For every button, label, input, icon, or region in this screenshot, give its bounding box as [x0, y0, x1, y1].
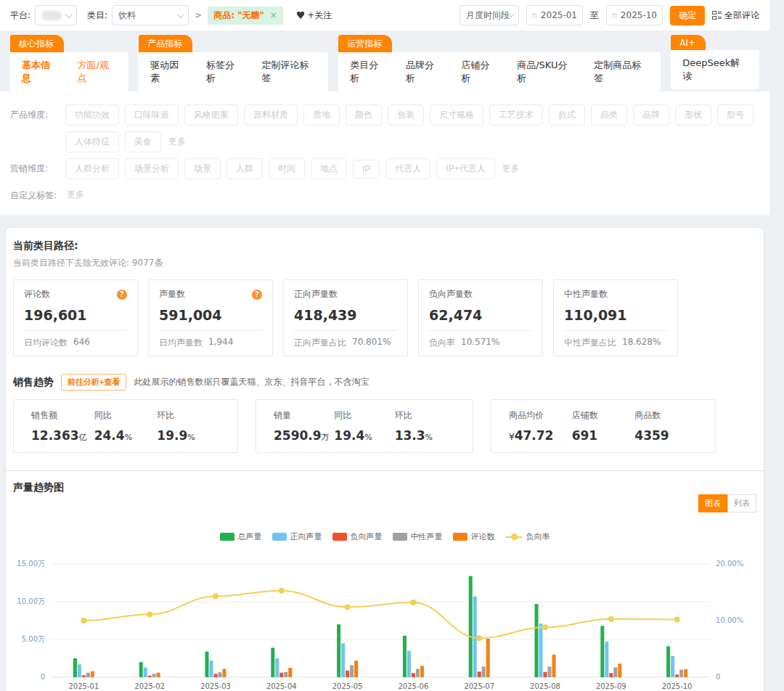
sales-metric-unit: 万 — [322, 433, 330, 442]
legend-item[interactable]: 中性声量 — [393, 531, 443, 542]
legend-item[interactable]: 负向率 — [505, 531, 550, 542]
filter-chips: 人群分析场景分析场景人群时间地点IP代言人IP+代言人更多 — [65, 158, 521, 179]
tab-item[interactable]: 定制商品标签 — [594, 59, 649, 85]
filter-chip[interactable]: 款式 — [549, 105, 585, 126]
date-start-input[interactable]: 2025-01 — [526, 5, 583, 25]
sales-metric-value: 691 — [572, 428, 635, 443]
bar-0 — [271, 647, 274, 677]
legend-item[interactable]: 评论数 — [453, 531, 495, 542]
x-axis-tick: 2025-04 — [266, 682, 297, 690]
tab-item[interactable]: 驱动因素 — [150, 59, 187, 85]
category-select-value: 饮料 — [118, 9, 136, 22]
sales-metric-number: 19.4 — [334, 428, 364, 443]
tab-item[interactable]: 基本信息 — [22, 59, 59, 85]
filter-chip[interactable]: 功能功效 — [65, 105, 119, 126]
help-icon[interactable]: ? — [117, 290, 127, 300]
more-link[interactable]: 更多 — [167, 132, 187, 152]
stat-card-value: 591,004 — [159, 307, 262, 323]
bar-0 — [535, 604, 539, 677]
filter-chip[interactable]: 品类 — [591, 105, 627, 126]
filter-chip[interactable]: 包装 — [388, 105, 424, 126]
bar-1 — [671, 656, 674, 677]
category-select[interactable]: 饮料 — [112, 5, 189, 25]
filter-chip[interactable]: 工艺技术 — [489, 105, 543, 126]
rate-line-dot — [345, 604, 351, 610]
filter-chip[interactable]: 品牌 — [633, 105, 669, 126]
legend-item[interactable]: 正向声量 — [272, 531, 322, 542]
platform-select[interactable] — [35, 5, 77, 25]
sales-metric-unit: % — [187, 433, 195, 442]
nav-tab-row: 驱动因素标签分析定制评论标签 — [139, 52, 328, 91]
filter-chip[interactable]: IP — [353, 160, 380, 179]
filter-chip[interactable]: 质地 — [303, 105, 340, 126]
tag-close-icon[interactable]: × — [270, 10, 277, 20]
follow-button[interactable]: ♥ +关注 — [296, 9, 332, 22]
bar-3 — [416, 669, 420, 677]
nav-tab-row: DeepSeek解读 — [671, 50, 759, 89]
stat-card: 中性声量数110,091中性声量占比18.628% — [553, 279, 678, 356]
keyword-tag[interactable]: 商品: "无糖" × — [208, 7, 283, 25]
legend-item[interactable]: 负向声量 — [332, 531, 383, 542]
confirm-button[interactable]: 确定 — [670, 6, 705, 25]
bar-0 — [469, 576, 473, 677]
tab-item[interactable]: 品牌分析 — [406, 59, 443, 85]
tab-item[interactable]: 定制评论标签 — [261, 59, 317, 85]
legend-item[interactable]: 总声量 — [220, 531, 262, 542]
filter-chip[interactable]: 场景分析 — [125, 158, 179, 179]
view-toggle-button[interactable]: 列表 — [727, 494, 756, 512]
sales-note: 此处展示的销售数据只覆盖天猫、京东、抖音平台，不含淘宝 — [134, 376, 369, 388]
filter-chip[interactable]: 人体特征 — [65, 131, 119, 152]
tab-item[interactable]: 类目分析 — [350, 59, 387, 85]
filter-chip[interactable]: 口味味道 — [125, 105, 179, 126]
legend-label: 正向声量 — [290, 531, 322, 542]
all-comments-label: 全部评论 — [724, 9, 759, 22]
all-comments-button[interactable]: 全部评论 — [712, 9, 759, 22]
sales-metric-number: 13.3 — [395, 428, 425, 443]
filter-chip[interactable]: 型号 — [717, 105, 754, 126]
bar-4 — [91, 671, 94, 677]
stat-card-value: 196,601 — [24, 307, 127, 323]
filter-chip[interactable]: 尺寸规格 — [430, 105, 483, 126]
bar-0 — [666, 646, 670, 677]
filter-chip[interactable]: 代言人 — [385, 158, 430, 179]
filter-chip[interactable]: 人群分析 — [65, 158, 119, 179]
filter-chip[interactable]: 原料材质 — [244, 105, 298, 126]
nav-group: AI+DeepSeek解读 — [671, 35, 759, 89]
more-link[interactable]: 更多 — [65, 185, 86, 205]
bar-1 — [144, 667, 147, 677]
filter-chip[interactable]: 风格图案 — [184, 105, 238, 126]
filter-chip[interactable]: 人群 — [226, 158, 263, 179]
bar-3 — [219, 672, 222, 677]
filter-chip[interactable]: 形状 — [675, 105, 711, 126]
tab-item[interactable]: DeepSeek解读 — [682, 57, 748, 83]
bar-2 — [675, 674, 679, 677]
date-end-input[interactable]: 2025-10 — [606, 5, 663, 25]
tab-item[interactable]: 标签分析 — [206, 59, 243, 85]
filter-chip[interactable]: 美食 — [125, 131, 161, 152]
bar-0 — [600, 626, 604, 677]
filter-chip[interactable]: 地点 — [311, 158, 347, 179]
stat-card-label: 中性声量数 — [564, 288, 608, 300]
sales-metric-label: 同比 — [334, 409, 394, 422]
bar-4 — [420, 666, 424, 677]
stat-sub-value: 10.571% — [461, 337, 499, 349]
tab-item[interactable]: 店铺分析 — [462, 59, 499, 85]
filter-chip[interactable]: 时间 — [269, 158, 305, 179]
filter-chip[interactable]: 场景 — [184, 158, 221, 179]
stat-sub-label: 中性声量占比 — [564, 337, 616, 349]
rate-line-dot — [279, 588, 285, 594]
tab-item[interactable]: 商品/SKU分析 — [517, 59, 575, 85]
view-toggle-button[interactable]: 图表 — [698, 494, 727, 512]
goto-analysis-button[interactable]: 前往分析+查看 — [61, 374, 126, 391]
rate-line-dot — [608, 616, 614, 622]
sales-cards-row: 销售额12.363亿同比24.4%环比19.9%销量2590.9万同比19.4%… — [13, 399, 756, 453]
period-select[interactable]: 月度时间段 — [460, 5, 519, 25]
more-link[interactable]: 更多 — [501, 159, 521, 179]
tab-item[interactable]: 方面/观点 — [78, 59, 118, 85]
sales-metric-label: 店铺数 — [572, 409, 635, 422]
help-icon[interactable]: ? — [252, 290, 262, 300]
sales-metric: 同比24.4% — [94, 409, 158, 443]
bar-1 — [78, 664, 81, 677]
filter-chip[interactable]: IP+代言人 — [436, 158, 494, 179]
filter-chip[interactable]: 颜色 — [346, 105, 382, 126]
